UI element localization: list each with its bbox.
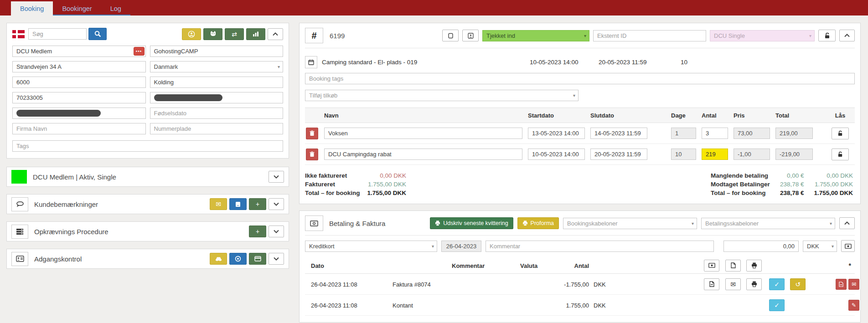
pitch-row[interactable]: Camping standard - El- plads - 019 10-05… <box>305 53 855 71</box>
calendar-icon <box>308 59 314 65</box>
member-lookup-button[interactable]: ••• <box>134 47 145 56</box>
payment-row-comment: Kontant <box>393 302 413 308</box>
booking-panel: # 6199 Tjekket ind <box>299 23 861 204</box>
payment-amount-field[interactable] <box>723 241 799 252</box>
collapse-booking-button[interactable] <box>839 30 855 41</box>
addon-end-input[interactable] <box>590 149 647 160</box>
addon-lock-button[interactable] <box>832 128 849 139</box>
ellipsis-icon: ••• <box>136 49 142 54</box>
city-field[interactable] <box>150 77 284 88</box>
guest-card-button[interactable] <box>462 30 479 41</box>
confirm-payment-button[interactable]: ✓ <box>769 299 785 311</box>
print-latest-receipt-button[interactable]: Udskriv seneste kvittering <box>430 217 513 229</box>
booking-tags-field[interactable] <box>305 73 855 84</box>
delete-addon-button[interactable] <box>306 149 318 160</box>
package-select[interactable]: DCU Single ▾ <box>710 30 815 41</box>
plus-icon: + <box>256 201 259 207</box>
email-invoice-button[interactable]: ✉ <box>725 278 741 290</box>
payment-method-select[interactable]: Kreditkort ▾ <box>305 241 437 252</box>
booking-lock-button[interactable] <box>818 30 836 41</box>
addon-name-input[interactable] <box>324 128 522 139</box>
addon-qty-input[interactable] <box>702 149 728 160</box>
membership-title: DCU Medlem | Aktiv, Single <box>33 173 263 181</box>
card-access-button[interactable] <box>249 253 266 265</box>
payment-row-date: 26-04-2023 11:08 <box>311 281 357 287</box>
credit-pdf-button[interactable] <box>836 279 847 290</box>
invoice-totals: Ikke faktureret 0,00 DKK Faktureret 1.75… <box>305 172 406 196</box>
square-toggle-button[interactable] <box>442 30 459 41</box>
collapse-payment-button[interactable] <box>839 217 855 229</box>
plate-field[interactable] <box>150 123 284 134</box>
new-document-button[interactable] <box>725 260 741 272</box>
customer-profile-button[interactable] <box>182 28 201 40</box>
addon-qty-input[interactable] <box>702 128 728 139</box>
edit-payment-button[interactable]: ✎ <box>848 300 859 311</box>
notes-icon-box <box>11 197 28 211</box>
guest-card-icon <box>468 33 474 39</box>
add-note-button[interactable]: + <box>249 198 266 210</box>
addon-select[interactable]: Tilføj tilkøb ▾ <box>305 90 579 101</box>
address-field[interactable] <box>12 61 146 72</box>
add-procedure-button[interactable]: + <box>249 226 266 237</box>
trash-icon <box>310 151 315 157</box>
check-icon: ✓ <box>774 281 780 287</box>
coin-access-button[interactable] <box>229 253 247 265</box>
birthdate-field[interactable] <box>150 108 284 119</box>
money-icon <box>845 244 852 249</box>
access-icon-box <box>11 252 28 266</box>
chevron-up-icon <box>844 221 850 225</box>
print-invoice-button[interactable] <box>746 278 762 290</box>
delete-addon-button[interactable] <box>306 128 318 139</box>
chevron-down-icon: ▾ <box>830 221 832 226</box>
addon-lock-button[interactable] <box>832 149 849 160</box>
totals-row: Ikke faktureret 0,00 DKK Faktureret 1.75… <box>305 172 855 196</box>
customer-tags-field[interactable] <box>12 140 283 152</box>
revert-invoice-button[interactable]: ↺ <box>790 278 806 290</box>
camp-field[interactable] <box>150 46 284 57</box>
vehicle-access-button[interactable] <box>210 253 227 265</box>
company-field[interactable] <box>12 123 146 134</box>
payment-date-field[interactable] <box>441 241 481 252</box>
expand-procedure-button[interactable] <box>269 226 284 237</box>
proforma-button[interactable]: Proforma <box>517 217 559 229</box>
external-id-field[interactable] <box>593 30 706 41</box>
tab-bookinger[interactable]: Bookinger <box>53 1 101 15</box>
addon-name-input[interactable] <box>324 149 522 160</box>
invoice-pdf-button[interactable] <box>704 278 719 290</box>
car-icon <box>215 256 222 262</box>
send-note-button[interactable]: ✉ <box>210 198 227 210</box>
statistics-button[interactable] <box>246 28 265 40</box>
tab-booking[interactable]: Booking <box>11 1 53 15</box>
country-select[interactable]: Danmark ▾ <box>150 61 284 72</box>
expand-membership-button[interactable] <box>269 171 284 183</box>
register-payment-button[interactable] <box>841 240 855 252</box>
not-invoiced-amount: 0,00 DKK <box>367 172 407 179</box>
search-button[interactable] <box>88 28 107 40</box>
addon-end-input[interactable] <box>590 128 647 139</box>
booking-status-select[interactable]: Tjekket ind ▾ <box>482 30 589 41</box>
transfer-button[interactable]: ⇄ <box>225 28 244 40</box>
payment-comment-field[interactable] <box>486 241 714 252</box>
search-input[interactable] <box>28 28 87 40</box>
phone-field[interactable] <box>12 92 146 103</box>
expand-notes-button[interactable] <box>269 198 284 210</box>
pets-button[interactable] <box>203 28 222 40</box>
print-all-button[interactable] <box>746 260 762 272</box>
tab-log[interactable]: Log <box>101 1 130 15</box>
expand-access-button[interactable] <box>269 253 284 265</box>
internal-note-button[interactable] <box>229 198 247 210</box>
collapse-customer-button[interactable] <box>268 28 283 40</box>
booking-templates-select[interactable]: Bookingskabeloner ▾ <box>563 218 697 229</box>
addon-start-input[interactable] <box>528 128 585 139</box>
cash-report-button[interactable] <box>704 260 719 272</box>
printer-icon <box>751 281 757 287</box>
member-field[interactable] <box>12 46 146 57</box>
confirm-invoice-button[interactable]: ✓ <box>769 278 785 290</box>
credit-email-button[interactable]: ✉ <box>848 279 859 290</box>
payment-currency-select[interactable]: DKK ▾ <box>803 241 837 252</box>
pdf-icon <box>839 282 843 287</box>
payment-templates-select[interactable]: Betalingsskabeloner ▾ <box>701 218 835 229</box>
invoiced-amount: 1.755,00 DKK <box>367 181 407 188</box>
addon-start-input[interactable] <box>528 149 585 160</box>
zip-field[interactable] <box>12 77 146 88</box>
